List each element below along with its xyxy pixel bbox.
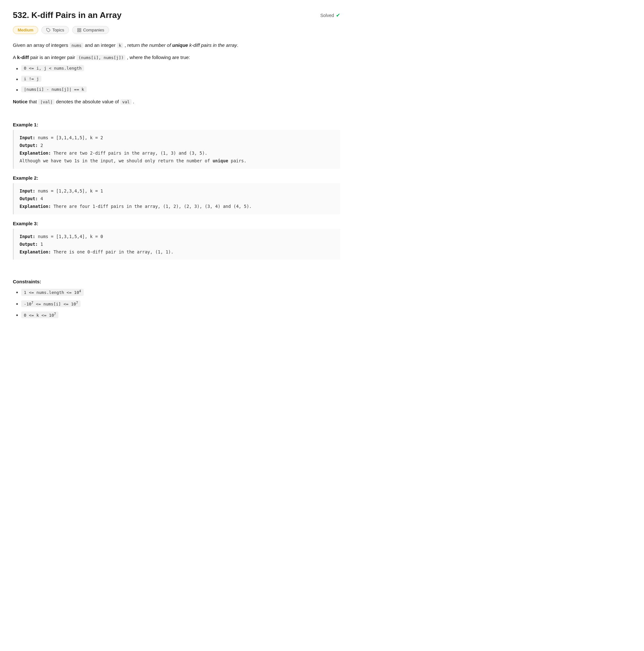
page-title: 532. K-diff Pairs in an Array: [13, 10, 122, 20]
output-value-2: 4: [40, 196, 43, 201]
bullet-dot-3: •: [16, 87, 18, 93]
output-label-2: Output:: [20, 196, 38, 201]
spacer-3: [13, 272, 340, 279]
output-label-3: Output:: [20, 242, 38, 247]
bullet-dot-2: •: [16, 77, 18, 83]
example-2-input: Input: nums = [1,2,3,4,5], k = 1: [20, 187, 334, 195]
constraints-section: Constraints: • 1 <= nums.length <= 104 •…: [13, 279, 340, 318]
bullet-item-1: • 0 <= i, j < nums.length: [16, 65, 340, 72]
conditions-list: • 0 <= i, j < nums.length • i != j • |nu…: [16, 65, 340, 93]
constraint-text-1: 1 <= nums.length <= 104: [21, 289, 84, 296]
bullet-dot-1: •: [16, 66, 18, 72]
val2-code: val: [120, 99, 131, 104]
svg-rect-1: [78, 28, 79, 30]
example-1-explanation: Explanation: There are two 2-diff pairs …: [20, 149, 334, 157]
example-1-extra: Although we have two 1s in the input, we…: [20, 157, 334, 164]
companies-button[interactable]: Companies: [72, 26, 109, 34]
example-3-explanation: Explanation: There is one 0-diff pair in…: [20, 248, 334, 256]
condition-2-code: i != j: [21, 76, 41, 82]
kdiff-def-paragraph: A k-diff pair is an integer pair (nums[i…: [13, 53, 340, 62]
example-1-box: Input: nums = [3,1,4,1,5], k = 2 Output:…: [13, 130, 340, 169]
difficulty-tag[interactable]: Medium: [13, 26, 38, 34]
example-3-input: Input: nums = [1,3,1,5,4], k = 0: [20, 232, 334, 240]
output-value-3: 1: [40, 242, 43, 247]
companies-label: Companies: [83, 28, 104, 32]
k-code: k: [117, 43, 123, 48]
input-label-1: Input:: [20, 135, 35, 140]
bullet-item-3: • |nums[i] - nums[j]| == k: [16, 86, 340, 93]
constraint-text-2: -107 <= nums[i] <= 107: [21, 300, 81, 307]
svg-rect-2: [80, 28, 81, 30]
page-header: 532. K-diff Pairs in an Array Solved ✔︎: [13, 10, 340, 20]
explanation-value-3: There is one 0-diff pair in the array, (…: [54, 249, 174, 254]
tag-icon: [46, 28, 51, 32]
example-1-section: Example 1: Input: nums = [3,1,4,1,5], k …: [13, 122, 340, 169]
notice-bold: Notice: [13, 99, 28, 104]
input-value-1: nums = [3,1,4,1,5], k = 2: [38, 135, 103, 140]
explanation-label-1: Explanation:: [20, 151, 51, 156]
constraint-dot-2: •: [16, 301, 18, 307]
solved-badge: Solved ✔︎: [320, 12, 340, 18]
val-code: |val|: [38, 99, 55, 104]
output-label-1: Output:: [20, 143, 38, 148]
example-1-output: Output: 2: [20, 142, 334, 149]
constraints-title: Constraints:: [13, 279, 340, 284]
input-label-3: Input:: [20, 234, 35, 239]
nums-code: nums: [70, 43, 84, 48]
example-3-output: Output: 1: [20, 240, 334, 248]
explanation-value-2: There are four 1-diff pairs in the array…: [54, 204, 252, 209]
example-2-output: Output: 4: [20, 195, 334, 203]
svg-rect-3: [80, 30, 81, 32]
constraint-dot-1: •: [16, 290, 18, 296]
topics-label: Topics: [52, 28, 64, 32]
check-circle-icon: ✔︎: [336, 12, 340, 18]
spacer-2: [13, 266, 340, 272]
tags-row: Medium Topics Companies: [13, 26, 340, 34]
input-value-3: nums = [1,3,1,5,4], k = 0: [38, 234, 103, 239]
example-2-section: Example 2: Input: nums = [1,2,3,4,5], k …: [13, 175, 340, 214]
example-2-box: Input: nums = [1,2,3,4,5], k = 1 Output:…: [13, 183, 340, 214]
constraints-list: • 1 <= nums.length <= 104 • -107 <= nums…: [16, 289, 340, 318]
constraint-code-3: 0 <= k <= 107: [21, 312, 58, 318]
example-1-title: Example 1:: [13, 122, 340, 127]
topics-button[interactable]: Topics: [41, 26, 69, 34]
example-1-input: Input: nums = [3,1,4,1,5], k = 2: [20, 134, 334, 142]
explanation-value-1: There are two 2-diff pairs in the array,…: [54, 151, 208, 156]
input-label-2: Input:: [20, 188, 35, 193]
intro-paragraph: Given an array of integers nums and an i…: [13, 41, 340, 50]
example-2-explanation: Explanation: There are four 1-diff pairs…: [20, 203, 334, 210]
example-2-title: Example 2:: [13, 175, 340, 181]
building-icon: [77, 28, 82, 32]
example-3-section: Example 3: Input: nums = [1,3,1,5,4], k …: [13, 221, 340, 260]
example-3-box: Input: nums = [1,3,1,5,4], k = 0 Output:…: [13, 229, 340, 260]
explanation-label-3: Explanation:: [20, 249, 51, 254]
solved-label: Solved: [320, 13, 334, 18]
constraint-dot-3: •: [16, 312, 18, 318]
example-3-title: Example 3:: [13, 221, 340, 226]
problem-description: Given an array of integers nums and an i…: [13, 41, 340, 61]
constraint-item-1: • 1 <= nums.length <= 104: [16, 289, 340, 296]
constraint-code-2: -107 <= nums[i] <= 107: [21, 300, 81, 307]
spacer-1: [13, 116, 340, 122]
notice-line: Notice that |val| denotes the absolute v…: [13, 97, 340, 106]
constraint-code-1: 1 <= nums.length <= 104: [21, 289, 84, 296]
pair-code: (nums[i], nums[j]): [76, 55, 125, 60]
constraint-item-3: • 0 <= k <= 107: [16, 312, 340, 318]
bullet-item-2: • i != j: [16, 76, 340, 83]
output-value-1: 2: [40, 143, 43, 148]
condition-1-code: 0 <= i, j < nums.length: [21, 65, 84, 71]
constraint-text-3: 0 <= k <= 107: [21, 312, 58, 318]
constraint-item-2: • -107 <= nums[i] <= 107: [16, 300, 340, 307]
input-value-2: nums = [1,2,3,4,5], k = 1: [38, 188, 103, 193]
condition-3-code: |nums[i] - nums[j]| == k: [21, 86, 87, 92]
svg-rect-4: [78, 30, 79, 32]
explanation-label-2: Explanation:: [20, 204, 51, 209]
